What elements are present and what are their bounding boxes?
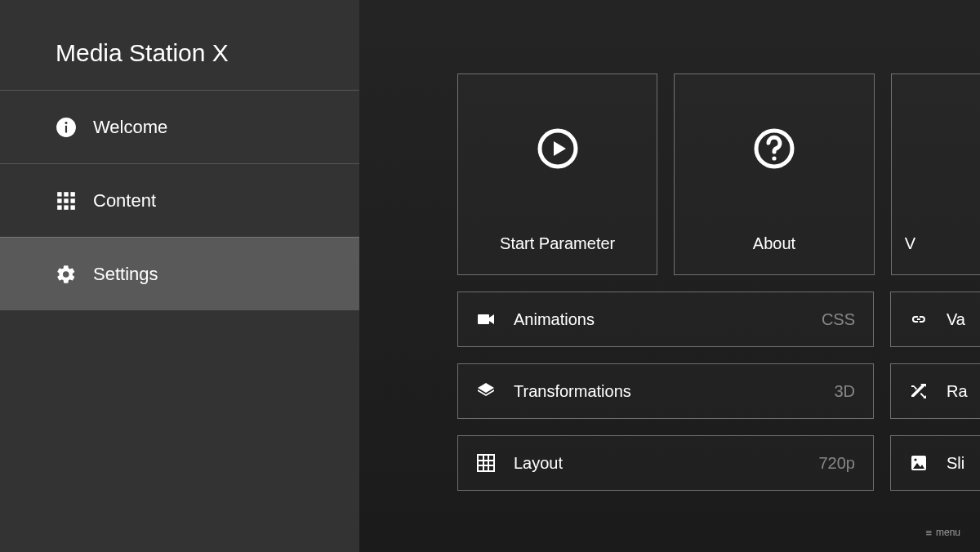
- sidebar-item-label: Content: [93, 190, 156, 211]
- video-icon: [476, 309, 496, 329]
- svg-rect-7: [64, 198, 68, 203]
- row-side-image[interactable]: Sli: [890, 435, 980, 491]
- row-side-shuffle[interactable]: Ra: [890, 363, 980, 419]
- tile-label: About: [675, 234, 873, 253]
- row-label: Animations: [514, 310, 822, 329]
- tile-start-parameter[interactable]: Start Parameter: [457, 73, 657, 275]
- svg-rect-6: [57, 198, 61, 203]
- play-circle-icon: [537, 127, 579, 173]
- row-side-label: Va: [947, 310, 965, 329]
- svg-rect-3: [57, 192, 61, 196]
- sidebar-item-label: Welcome: [93, 117, 167, 138]
- image-icon: [909, 453, 929, 473]
- svg-point-27: [914, 458, 916, 461]
- sidebar-item-content[interactable]: Content: [0, 163, 359, 237]
- svg-rect-20: [478, 455, 494, 471]
- svg-rect-4: [64, 192, 68, 196]
- tile-label: Start Parameter: [458, 234, 657, 253]
- row-side-label: Sli: [947, 454, 964, 473]
- row-value: CSS: [822, 310, 855, 329]
- gear-icon: [56, 264, 77, 285]
- grid-icon: [476, 453, 496, 473]
- tile-partial[interactable]: V: [891, 73, 980, 275]
- tile-about[interactable]: About: [674, 73, 874, 275]
- svg-rect-1: [65, 125, 67, 132]
- menu-hint[interactable]: ≡ menu: [925, 527, 960, 538]
- apps-icon: [56, 190, 77, 211]
- sidebar-item-label: Settings: [93, 264, 158, 285]
- svg-rect-9: [57, 205, 61, 209]
- sidebar-item-settings[interactable]: Settings: [0, 237, 359, 310]
- svg-marker-13: [554, 141, 566, 156]
- row-value: 3D: [834, 382, 855, 401]
- row-label: Transformations: [514, 382, 834, 401]
- svg-point-2: [65, 122, 67, 124]
- sidebar: Media Station X Welcome Content Settings: [0, 0, 359, 552]
- layers-icon: [476, 381, 496, 401]
- svg-point-15: [772, 156, 776, 160]
- row-side-link[interactable]: Va: [890, 292, 980, 347]
- menu-hint-label: menu: [936, 527, 960, 538]
- tile-label: V: [892, 234, 980, 253]
- settings-rows: Animations CSS Va Transformations 3D: [457, 292, 980, 491]
- row-label: Layout: [514, 454, 819, 473]
- row-animations[interactable]: Animations CSS: [457, 292, 874, 347]
- svg-marker-17: [489, 314, 494, 324]
- app-title: Media Station X: [0, 26, 359, 90]
- menu-icon: ≡: [925, 528, 932, 538]
- svg-rect-5: [70, 192, 74, 196]
- link-icon: [909, 309, 929, 329]
- tile-row: Start Parameter About V: [457, 73, 980, 275]
- svg-rect-11: [70, 205, 74, 209]
- sidebar-item-welcome[interactable]: Welcome: [0, 90, 359, 163]
- row-value: 720p: [819, 454, 856, 473]
- shuffle-icon: [909, 381, 929, 401]
- help-circle-icon: [753, 127, 795, 173]
- row-layout[interactable]: Layout 720p: [457, 435, 874, 491]
- info-icon: [56, 117, 77, 138]
- main-panel: Start Parameter About V Animations: [359, 0, 980, 552]
- row-transformations[interactable]: Transformations 3D: [457, 363, 874, 419]
- svg-rect-16: [478, 314, 489, 324]
- svg-rect-10: [64, 205, 68, 209]
- svg-rect-8: [70, 198, 74, 203]
- row-side-label: Ra: [947, 382, 968, 401]
